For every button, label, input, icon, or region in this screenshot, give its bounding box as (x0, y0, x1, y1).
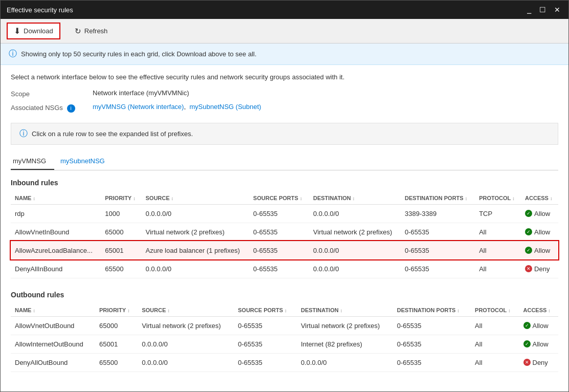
sort-icon-destination: ↕ (353, 196, 355, 201)
toolbar: ⬇ Download ↻ Refresh (1, 19, 568, 43)
table-row[interactable]: AllowInternetOutBound650010.0.0.0/00-655… (11, 335, 558, 353)
nsgs-info-icon: i (67, 104, 75, 113)
sort-icon-protocol: ↕ (512, 196, 515, 201)
sort-icon-dest-ports-out: ↕ (457, 308, 459, 313)
allow-icon (525, 210, 532, 217)
table-row[interactable]: DenyAllOutBound655000.0.0.0/00-655350.0.… (11, 353, 558, 372)
col-header-source-ports-out: SOURCE PORTS↕ (234, 304, 297, 317)
allow-icon (525, 247, 532, 254)
inbound-rules-table: NAME↕ PRIORITY↕ SOURCE↕ SOURCE PORTS↕ DE… (11, 192, 558, 278)
myVMNSG-link[interactable]: myVMNSG (Network interface) (93, 103, 184, 111)
outbound-rules-table: NAME↕ PRIORITY↕ SOURCE↕ SOURCE PORTS↕ DE… (11, 304, 558, 372)
close-button[interactable]: ✕ (552, 6, 562, 14)
table-row[interactable]: DenyAllInBound655000.0.0.0/00-655350.0.0… (11, 259, 558, 278)
mySubnetNSG-link[interactable]: mySubnetNSG (Subnet) (189, 103, 261, 111)
prefix-info-banner: ⓘ Click on a rule row to see the expande… (11, 123, 558, 145)
col-header-source-out: SOURCE↕ (138, 304, 234, 317)
info-icon: ⓘ (9, 49, 17, 59)
sort-icon-source: ↕ (171, 196, 174, 201)
nsgs-value: myVMNSG (Network interface), mySubnetNSG… (93, 103, 261, 111)
sort-icon-source-ports: ↕ (300, 196, 302, 201)
sort-icon-source-out: ↕ (167, 308, 170, 313)
sort-icon-priority-out: ↕ (127, 308, 130, 313)
refresh-icon: ↻ (75, 27, 81, 36)
inbound-title: Inbound rules (11, 179, 558, 187)
deny-icon (525, 265, 532, 272)
col-header-access: ACCESS↕ (521, 192, 558, 205)
tab-myVMNSG[interactable]: myVMNSG (11, 153, 54, 170)
col-header-protocol-out: PROTOCOL↕ (471, 304, 519, 317)
refresh-label: Refresh (84, 27, 108, 35)
col-header-dest-ports: DESTINATION PORTS↕ (401, 192, 475, 205)
download-button[interactable]: ⬇ Download (7, 23, 60, 39)
sort-icon-destination-out: ↕ (340, 308, 343, 313)
info-banner: ⓘ Showing only top 50 security rules in … (1, 43, 568, 65)
tab-mySubnetNSG[interactable]: mySubnetNSG (58, 153, 113, 170)
sort-icon-access: ↕ (550, 196, 553, 201)
inbound-section: Inbound rules NAME↕ PRIORITY↕ SOURCE↕ SO… (11, 179, 558, 278)
main-window: Effective security rules ⎯ ☐ ✕ ⬇ Downloa… (0, 0, 569, 392)
content-area: Select a network interface below to see … (1, 65, 568, 391)
window-controls: ⎯ ☐ ✕ (525, 6, 562, 14)
deny-icon (523, 359, 531, 366)
download-label: Download (24, 27, 53, 35)
table-row[interactable]: AllowVnetOutBound65000Virtual network (2… (11, 316, 558, 335)
outbound-title: Outbound rules (11, 291, 558, 299)
allow-icon (525, 228, 532, 235)
maximize-button[interactable]: ☐ (537, 6, 548, 14)
col-header-priority: PRIORITY↕ (101, 192, 141, 205)
prefix-info-text: Click on a rule row to see the expanded … (32, 130, 193, 138)
nsg-tabs: myVMNSG mySubnetNSG (11, 153, 558, 170)
description-text: Select a network interface below to see … (11, 73, 558, 81)
table-row[interactable]: rdp10000.0.0.0/00-655350.0.0.0/03389-338… (11, 204, 558, 223)
col-header-dest-ports-out: DESTINATION PORTS↕ (393, 304, 471, 317)
sort-icon-protocol-out: ↕ (508, 308, 511, 313)
col-header-source-ports: SOURCE PORTS↕ (249, 192, 309, 205)
info-banner-text: Showing only top 50 security rules in ea… (21, 50, 256, 58)
col-header-access-out: ACCESS↕ (519, 304, 559, 317)
allow-icon (523, 340, 531, 347)
sort-icon-name-out: ↕ (33, 308, 35, 313)
scope-value: Network interface (myVMVMNic) (93, 89, 189, 97)
window-title: Effective security rules (7, 6, 73, 14)
table-row[interactable]: AllowAzureLoadBalance...65001Azure load … (11, 241, 558, 259)
scope-label: Scope (11, 89, 93, 98)
col-header-destination: DESTINATION↕ (309, 192, 401, 205)
col-header-destination-out: DESTINATION↕ (297, 304, 393, 317)
allow-icon (523, 322, 531, 329)
refresh-button[interactable]: ↻ Refresh (69, 24, 114, 38)
prefix-info-icon: ⓘ (19, 128, 28, 139)
sort-icon-access-out: ↕ (548, 308, 551, 313)
col-header-name: NAME↕ (11, 192, 101, 205)
nsgs-row: Associated NSGs i myVMNSG (Network inter… (11, 103, 558, 113)
col-header-priority-out: PRIORITY↕ (95, 304, 138, 317)
nsgs-label: Associated NSGs i (11, 103, 93, 113)
sort-icon-priority: ↕ (133, 196, 136, 201)
sort-icon-source-ports-out: ↕ (284, 308, 287, 313)
download-icon: ⬇ (14, 26, 20, 36)
sort-icon-name: ↕ (33, 196, 35, 201)
col-header-name-out: NAME↕ (11, 304, 95, 317)
outbound-section: Outbound rules NAME↕ PRIORITY↕ SOURCE↕ S… (11, 291, 558, 372)
sort-icon-dest-ports: ↕ (465, 196, 468, 201)
col-header-source: SOURCE↕ (141, 192, 249, 205)
scope-row: Scope Network interface (myVMVMNic) (11, 89, 558, 98)
title-bar: Effective security rules ⎯ ☐ ✕ (1, 1, 568, 19)
table-row[interactable]: AllowVnetInBound65000Virtual network (2 … (11, 223, 558, 241)
minimize-button[interactable]: ⎯ (525, 6, 533, 14)
col-header-protocol: PROTOCOL↕ (475, 192, 521, 205)
